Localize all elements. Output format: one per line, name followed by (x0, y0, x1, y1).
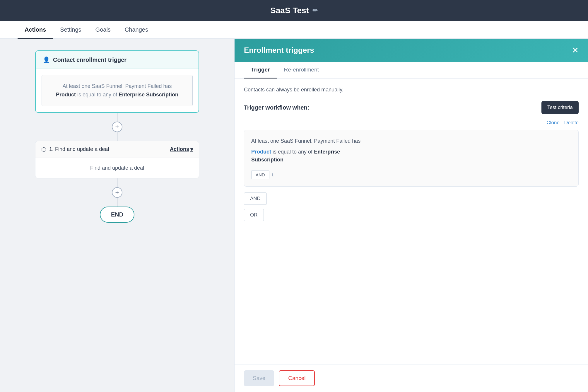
product-link[interactable]: Product (251, 149, 271, 155)
connector-1: + (112, 113, 122, 141)
action-card-title: 1. Find and update a deal (49, 146, 109, 152)
action-card-body-text: Find and update a deal (90, 165, 144, 171)
connector-line-1b (117, 132, 117, 141)
connector-2: + (112, 178, 122, 207)
actions-dropdown-button[interactable]: Actions ▾ (170, 146, 193, 153)
delete-link[interactable]: Delete (564, 120, 579, 126)
and-badge-button[interactable]: AND (251, 170, 269, 179)
tab-actions[interactable]: Actions (18, 26, 53, 39)
edit-icon[interactable]: ✏ (312, 7, 318, 14)
info-icon[interactable]: ℹ (272, 172, 274, 178)
end-node[interactable]: END (100, 207, 134, 223)
and-badge-row: AND ℹ (251, 170, 274, 179)
side-panel-header: Enrollment triggers ✕ (235, 39, 588, 62)
enrollment-triggers-panel: Enrollment triggers ✕ Trigger Re-enrollm… (234, 39, 588, 392)
trigger-condition-text: At least one SaaS Funnel: Payment Failed… (49, 82, 185, 99)
app-header: SaaS Test ✏ (0, 0, 588, 21)
action-icon: ⬡ (41, 146, 46, 153)
trigger-card-title: Contact enrollment trigger (53, 57, 127, 63)
clone-delete-row: Clone Delete (244, 120, 579, 126)
main-layout: 👤 Contact enrollment trigger At least on… (0, 39, 588, 392)
filter-and-button[interactable]: AND (244, 192, 267, 205)
save-button[interactable]: Save (244, 370, 274, 386)
connector-line-2 (117, 178, 117, 187)
tab-changes[interactable]: Changes (118, 26, 155, 39)
clone-link[interactable]: Clone (546, 120, 559, 126)
add-step-button-1[interactable]: + (112, 122, 122, 132)
trigger-workflow-label: Trigger workflow when: (244, 104, 309, 111)
trigger-card-header: 👤 Contact enrollment trigger (36, 51, 199, 69)
add-step-button-2[interactable]: + (112, 187, 122, 198)
side-panel-tabs: Trigger Re-enrollment (235, 62, 588, 79)
tab-settings[interactable]: Settings (53, 26, 88, 39)
nav-tabs: Actions Settings Goals Changes (0, 21, 588, 39)
side-panel-content: Contacts can always be enrolled manually… (235, 79, 588, 364)
close-button[interactable]: ✕ (572, 46, 579, 54)
workflow-canvas: 👤 Contact enrollment trigger At least on… (0, 39, 234, 392)
chevron-down-icon: ▾ (190, 146, 193, 153)
side-panel-title: Enrollment triggers (244, 46, 314, 55)
test-criteria-button[interactable]: Test criteria (541, 101, 579, 114)
connector-line-1 (117, 113, 117, 122)
enrollment-trigger-card: 👤 Contact enrollment trigger At least on… (35, 50, 199, 113)
contact-icon: 👤 (43, 56, 50, 63)
criteria-box: At least one SaaS Funnel: Payment Failed… (244, 130, 579, 187)
criteria-text-line2: Product is equal to any of Enterprise Su… (251, 148, 571, 164)
connector-line-2b (117, 198, 117, 207)
enrollment-info: Contacts can always be enrolled manually… (244, 87, 579, 93)
workflow-title: SaaS Test (270, 6, 309, 15)
action-card-header: ⬡ 1. Find and update a deal Actions ▾ (35, 141, 199, 158)
side-tab-trigger[interactable]: Trigger (244, 62, 277, 79)
header-title-group: SaaS Test ✏ (270, 6, 318, 15)
trigger-card-body[interactable]: At least one SaaS Funnel: Payment Failed… (36, 69, 199, 112)
action-card: ⬡ 1. Find and update a deal Actions ▾ Fi… (35, 141, 199, 178)
tab-goals[interactable]: Goals (88, 26, 118, 39)
trigger-section-header: Trigger workflow when: Test criteria (244, 101, 579, 114)
cancel-button[interactable]: Cancel (279, 370, 315, 386)
trigger-condition-box: At least one SaaS Funnel: Payment Failed… (42, 75, 193, 106)
action-card-body[interactable]: Find and update a deal (35, 158, 199, 178)
subscription-text: Subscription (251, 157, 283, 163)
enterprise-text: Enterprise (314, 149, 340, 155)
side-panel-footer: Save Cancel (235, 364, 588, 392)
side-tab-reenrollment[interactable]: Re-enrollment (277, 62, 326, 79)
action-card-header-left: ⬡ 1. Find and update a deal (41, 146, 109, 153)
filter-or-button[interactable]: OR (244, 209, 264, 221)
criteria-text-line1: At least one SaaS Funnel: Payment Failed… (251, 137, 571, 145)
